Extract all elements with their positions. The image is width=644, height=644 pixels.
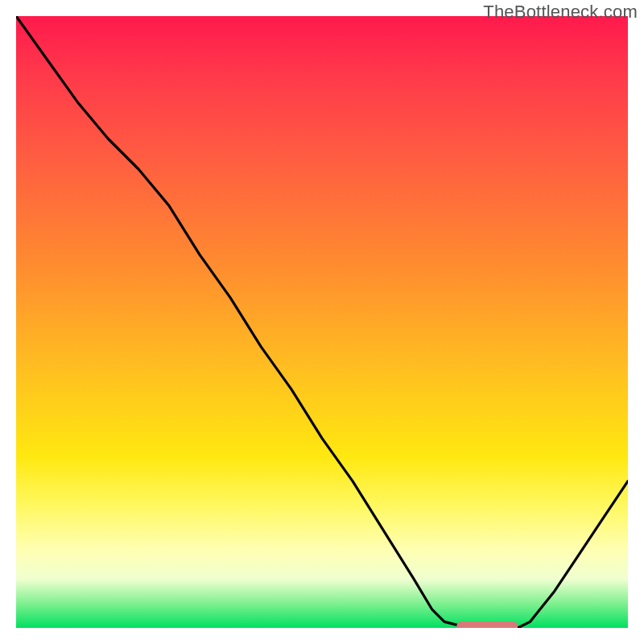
watermark-text: TheBottleneck.com [483, 2, 638, 23]
chart-container: TheBottleneck.com [0, 0, 644, 644]
plot-area [16, 16, 628, 628]
bottleneck-curve-line [16, 16, 628, 628]
chart-svg [16, 16, 628, 628]
minimum-marker [456, 621, 518, 628]
